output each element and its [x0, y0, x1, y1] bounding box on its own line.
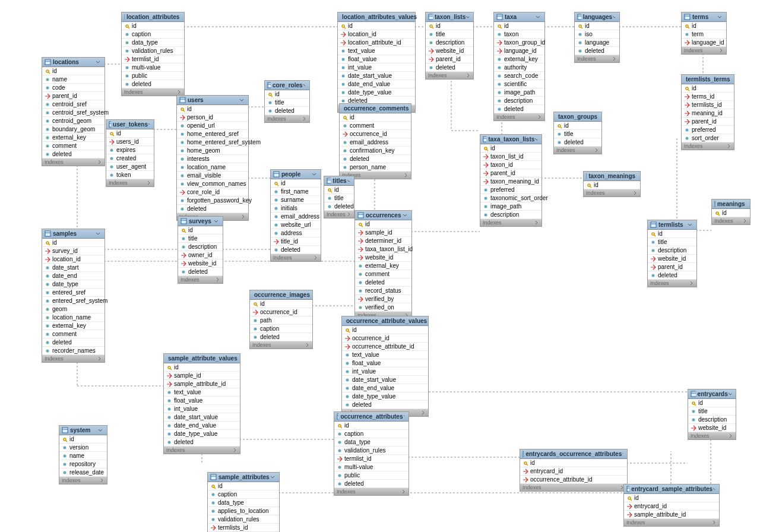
column-row[interactable]: id	[554, 122, 601, 130]
column-row[interactable]: openid_url	[177, 122, 248, 130]
table-header[interactable]: occurrence_comments	[340, 104, 411, 113]
column-row[interactable]: text_value	[164, 388, 240, 397]
column-row[interactable]: id	[42, 67, 104, 75]
column-row[interactable]: occurrence_id	[340, 130, 411, 138]
table-footer[interactable]: Indexes	[584, 189, 640, 197]
column-row[interactable]: record_status	[355, 287, 411, 295]
table-header[interactable]: people	[271, 170, 321, 179]
table-header[interactable]: taxon_groups	[554, 112, 601, 122]
table-header[interactable]: entrycards_occurrence_attributes	[520, 449, 627, 459]
column-row[interactable]: id	[271, 179, 321, 188]
column-row[interactable]: date_start_value	[164, 413, 240, 422]
table-header[interactable]: termlists	[648, 220, 696, 230]
column-row[interactable]: date_type_value	[342, 392, 428, 401]
column-row[interactable]: home_entered_sref	[177, 130, 248, 138]
table-header[interactable]: terms	[682, 12, 726, 22]
table-titles[interactable]: titlesidtitledeletedIndexes	[324, 176, 354, 218]
column-row[interactable]: taxon_list_id	[480, 153, 542, 161]
table-taxa[interactable]: taxaidtaxontaxon_group_idlanguage_idexte…	[493, 12, 545, 121]
column-row[interactable]: taxon_group_id	[494, 39, 544, 47]
column-row[interactable]: termlist_id	[334, 455, 408, 463]
column-row[interactable]: location_name	[42, 314, 104, 322]
column-row[interactable]: entered_sref_system	[42, 297, 104, 305]
column-row[interactable]: user_agent	[106, 163, 154, 171]
column-row[interactable]: deleted	[271, 246, 321, 254]
column-row[interactable]: float_value	[164, 397, 240, 405]
column-row[interactable]: release_date	[59, 468, 107, 477]
table-header[interactable]: termlists_terms	[682, 75, 734, 84]
table-header[interactable]: location_attributes	[122, 12, 184, 22]
table-location_attributes_values[interactable]: location_attributes_valuesidlocation_idl…	[337, 12, 416, 113]
column-row[interactable]: deleted	[340, 155, 411, 163]
table-header[interactable]: languages	[575, 12, 619, 22]
column-row[interactable]: image_path	[494, 88, 544, 97]
table-footer[interactable]: Indexes	[688, 432, 736, 439]
column-row[interactable]: parent_id	[426, 55, 473, 64]
table-user_tokens[interactable]: user_tokensidusers_idexpirescreateduser_…	[106, 119, 154, 187]
column-row[interactable]: date_type	[42, 280, 104, 289]
table-header[interactable]: samples	[42, 229, 104, 239]
table-footer[interactable]: Indexes	[265, 115, 309, 122]
column-row[interactable]: id	[250, 300, 312, 308]
column-row[interactable]: deleted	[554, 138, 601, 147]
table-footer[interactable]: Indexes	[178, 276, 223, 283]
column-row[interactable]: int_value	[164, 405, 240, 413]
table-header[interactable]: sample_attributes	[208, 473, 279, 482]
table-entrycards_occurrence_attributes[interactable]: entrycards_occurrence_attributesidentryc…	[520, 449, 628, 492]
column-row[interactable]: surname	[271, 196, 321, 204]
column-row[interactable]: parent_id	[480, 169, 542, 178]
column-row[interactable]: initials	[271, 204, 321, 213]
column-row[interactable]: id	[426, 22, 473, 30]
column-row[interactable]: date_end	[42, 272, 104, 280]
column-row[interactable]: multi-value	[334, 463, 408, 471]
column-row[interactable]: repository	[59, 460, 107, 468]
column-row[interactable]: language_id	[682, 39, 726, 47]
column-row[interactable]: id	[648, 230, 696, 238]
column-row[interactable]: occurrence_id	[250, 308, 312, 316]
table-footer[interactable]: Indexes	[334, 488, 408, 495]
column-row[interactable]: created	[106, 154, 154, 163]
column-row[interactable]: taxonomic_sort_order	[480, 194, 542, 202]
table-sample_attributes[interactable]: sample_attributesidcaptiondata_typeappli…	[207, 472, 280, 532]
column-row[interactable]: location_attribute_id	[338, 39, 415, 47]
column-row[interactable]: id	[688, 399, 736, 407]
column-row[interactable]: id	[340, 113, 411, 122]
column-row[interactable]: data_type	[208, 499, 279, 507]
column-row[interactable]: title	[554, 130, 601, 138]
column-row[interactable]: deleted	[342, 401, 428, 409]
column-row[interactable]: public	[122, 72, 184, 80]
table-locations[interactable]: locationsidnamecodeparent_idcentroid_sre…	[42, 57, 105, 166]
table-footer[interactable]: Indexes	[480, 219, 542, 226]
table-termlists_terms[interactable]: termlists_termsidterms_idtermlists_idmea…	[681, 74, 734, 150]
column-row[interactable]: geom	[42, 305, 104, 314]
table-footer[interactable]: Indexes	[42, 159, 104, 166]
column-row[interactable]: comment	[42, 142, 104, 150]
table-header[interactable]: users	[177, 96, 248, 105]
column-row[interactable]: title	[265, 99, 309, 107]
table-header[interactable]: entrycards	[688, 390, 736, 399]
table-footer[interactable]: Indexes	[682, 47, 726, 54]
column-row[interactable]: users_id	[106, 138, 154, 146]
column-row[interactable]: id	[682, 84, 734, 93]
table-header[interactable]: surveys	[178, 217, 223, 226]
column-row[interactable]: date_type_value	[338, 88, 415, 97]
column-row[interactable]: title	[178, 235, 223, 243]
table-footer[interactable]: Indexes	[59, 477, 107, 484]
column-row[interactable]: title	[426, 30, 473, 39]
table-header[interactable]: taxa_taxon_lists	[480, 135, 542, 144]
column-row[interactable]: title	[648, 238, 696, 246]
column-row[interactable]: first_name	[271, 188, 321, 196]
table-taxon_meanings[interactable]: taxon_meaningsidIndexes	[583, 171, 641, 197]
column-row[interactable]: verified_by	[355, 295, 411, 303]
column-row[interactable]: entrycard_id	[520, 467, 627, 476]
column-row[interactable]: validation_rules	[122, 47, 184, 55]
table-footer[interactable]: Indexes	[250, 341, 312, 349]
column-row[interactable]: id	[59, 435, 107, 444]
column-row[interactable]: home_entered_sref_system	[177, 138, 248, 147]
column-row[interactable]: deleted	[42, 338, 104, 347]
table-footer[interactable]: Indexes	[624, 519, 719, 526]
column-row[interactable]: date_end_value	[164, 422, 240, 430]
column-row[interactable]: language	[575, 39, 619, 47]
column-row[interactable]: comment	[355, 270, 411, 278]
column-row[interactable]: deleted	[42, 150, 104, 159]
